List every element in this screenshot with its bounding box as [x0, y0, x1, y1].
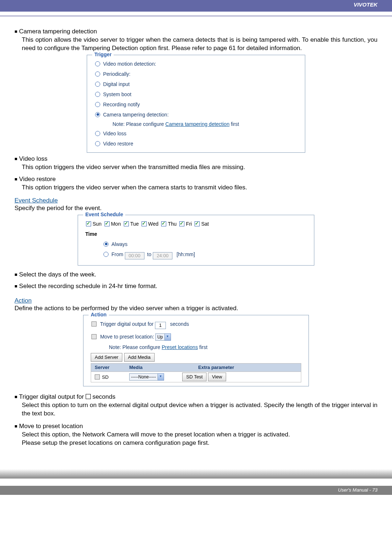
sd-label: SD: [102, 374, 109, 380]
bullet-icon: ■: [15, 156, 17, 162]
hdr-extra: Extra parameter: [180, 364, 301, 372]
footer-gradient: [0, 469, 392, 479]
row-trigger-digital-output: Trigger digital output for 1 seconds: [91, 319, 301, 331]
bullet-select-rec: ■ Select the recording schedule in 24-hr…: [15, 282, 377, 291]
opt-label: Periodically:: [103, 71, 130, 77]
opt-tampering[interactable]: Camera tampering detection:: [94, 110, 298, 120]
cell-server: SD: [91, 374, 129, 380]
radio-selected-icon: [103, 242, 109, 247]
opt-periodically[interactable]: Periodically:: [94, 69, 298, 79]
days-row: Sun Mon Tue Wed Thu Fri Sat: [85, 219, 307, 229]
select-days-text: Select the days of the week.: [19, 271, 97, 278]
placeholder-box-icon: [86, 394, 91, 399]
bullet-icon: ■: [15, 394, 17, 400]
opt-system-boot[interactable]: System boot: [94, 89, 298, 99]
day-label: Fri: [186, 221, 192, 227]
note-prefix: Note: Please configure: [109, 344, 162, 350]
chk-mon[interactable]: [105, 221, 110, 226]
action-link[interactable]: Action: [15, 297, 32, 304]
cell-media: -----None-----▾: [129, 373, 180, 381]
brand-header: VIVOTEK: [0, 0, 392, 12]
trigger-fieldset: Trigger Video motion detection: Periodic…: [87, 55, 305, 153]
action-fieldset: Action Trigger digital output for 1 seco…: [83, 315, 309, 386]
trigger-output-title-post: seconds: [91, 393, 115, 400]
hhmm-hint: [hh:mm]: [177, 251, 195, 257]
opt-label: Always: [111, 241, 127, 247]
opt-label: Video motion detection:: [103, 61, 156, 67]
media-value: -----None-----: [131, 374, 156, 379]
chk-trigger-output[interactable]: [91, 321, 97, 327]
footer-text: User's Manual - 73: [338, 487, 377, 493]
opt-label: System boot: [103, 91, 131, 97]
videoloss-title: Video loss: [19, 155, 48, 162]
radio-icon: [103, 252, 109, 257]
chk-thu[interactable]: [161, 221, 166, 226]
day-label: Sat: [201, 221, 209, 227]
opt-video-restore[interactable]: Video restore: [94, 139, 298, 149]
tampering-title: Camera tampering detection: [19, 28, 97, 35]
chk-sat[interactable]: [195, 221, 200, 226]
trigger-legend: Trigger: [92, 52, 114, 57]
opt-video-motion[interactable]: Video motion detection:: [94, 59, 298, 69]
chevron-down-icon[interactable]: ▾: [165, 333, 171, 341]
preset-locations-link[interactable]: Preset locations: [162, 344, 198, 350]
radio-icon: [95, 131, 100, 136]
trigger-output-body: Select this option to turn on the extern…: [15, 401, 377, 418]
chk-tue[interactable]: [124, 221, 129, 226]
chevron-down-icon[interactable]: ▾: [158, 373, 164, 381]
preset-select[interactable]: Up: [155, 333, 164, 341]
bullet-select-days: ■ Select the days of the week.: [15, 271, 377, 279]
trg-seconds-label: seconds: [170, 321, 189, 327]
action-intro: Define the actions to be performed by th…: [15, 304, 377, 313]
view-button[interactable]: View: [208, 373, 226, 381]
to-time-input[interactable]: 24:00: [153, 252, 172, 259]
opt-label: Recording notify: [103, 102, 140, 107]
radio-icon: [95, 82, 100, 87]
opt-label: Video restore: [103, 141, 133, 147]
bullet-tampering: ■ Camera tampering detection: [15, 28, 377, 36]
bullet-icon: ■: [15, 423, 17, 430]
tampering-note: Note: Please configure Camera tampering …: [94, 120, 298, 128]
note-suffix: first: [198, 344, 207, 350]
radio-icon: [95, 141, 100, 146]
page-content: ■ Camera tampering detection This option…: [0, 17, 392, 458]
cell-extra: SD Test View: [180, 373, 301, 381]
time-label: Time: [85, 229, 307, 239]
tampering-config-link[interactable]: Camera tampering detection: [166, 121, 230, 127]
row-move-preset: Move to preset location: Up▾: [91, 331, 301, 343]
radio-icon: [95, 92, 100, 97]
chk-sd-row[interactable]: [95, 374, 100, 379]
add-media-button[interactable]: Add Media: [124, 353, 155, 362]
trigger-output-title-pre: Trigger digital output for: [19, 393, 86, 400]
from-time-input[interactable]: 00:00: [125, 252, 144, 259]
videoloss-body: This option triggers the video server wh…: [15, 163, 377, 172]
radio-selected-icon: [95, 112, 100, 117]
bullet-videorestore: ■ Video restore: [15, 175, 377, 184]
opt-digital-input[interactable]: Digital input: [94, 79, 298, 89]
sd-test-button[interactable]: SD Test: [182, 373, 207, 381]
media-select[interactable]: -----None-----: [129, 373, 158, 381]
move-preset-body2: Please setup the preset locations on cam…: [15, 439, 377, 447]
event-schedule-link[interactable]: Event Schedule: [15, 197, 58, 204]
bullet-icon: ■: [15, 283, 17, 290]
select-recording-text: Select the recording schedule in 24-hr t…: [19, 283, 158, 290]
chk-sun[interactable]: [86, 221, 91, 226]
opt-video-loss[interactable]: Video loss: [94, 128, 298, 139]
bullet-videoloss: ■ Video loss: [15, 155, 377, 163]
opt-from-to[interactable]: From 00:00 to 24:00 [hh:mm]: [85, 249, 307, 262]
opt-always[interactable]: Always: [85, 239, 307, 249]
move-preset-title: Move to preset location: [19, 423, 83, 430]
chk-wed[interactable]: [142, 221, 147, 226]
add-server-button[interactable]: Add Server: [91, 353, 122, 362]
trg-out-label: Trigger digital output for: [100, 321, 154, 327]
day-label: Wed: [148, 221, 159, 227]
chk-fri[interactable]: [179, 221, 184, 226]
note-suffix: first: [229, 121, 239, 127]
table-row: SD -----None-----▾ SD Test View: [91, 372, 301, 382]
trigger-seconds-input[interactable]: 1: [155, 322, 166, 329]
hdr-media: Media: [129, 364, 180, 372]
chk-move-preset[interactable]: [91, 334, 97, 339]
bullet-icon: ■: [15, 271, 17, 278]
move-preset-body1: Select this option, the Network Camera w…: [15, 431, 377, 439]
opt-recording-notify[interactable]: Recording notify: [94, 99, 298, 110]
